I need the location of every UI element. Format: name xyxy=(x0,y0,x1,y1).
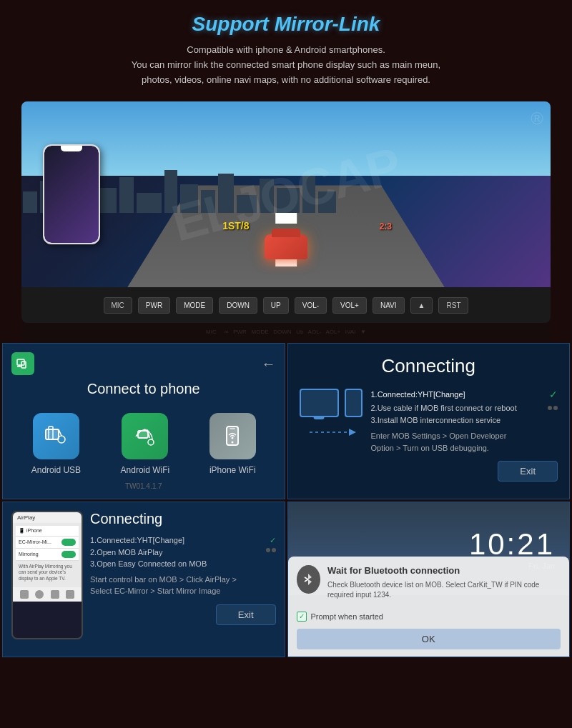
building xyxy=(277,188,300,213)
airplay-screen-content: 📱 iPhone EC-Mirror-Mi... Mirroring With … xyxy=(13,523,82,587)
connecting-steps: 1.Connected:YHT[Change] ✓ 2.Use cable if… xyxy=(371,389,558,482)
page-title: Support Mirror-Link xyxy=(14,13,558,36)
app-icon-svg xyxy=(16,356,30,371)
building xyxy=(180,184,198,213)
dot1 xyxy=(548,406,552,410)
airplay-footer-text: With AirPlay Mirroring you can send your… xyxy=(16,561,79,584)
step-1-check: ✓ xyxy=(549,389,558,400)
device-screen: 1ST/8 2:3 ELJOCAP xyxy=(21,101,551,287)
android-wifi-icon xyxy=(122,413,168,459)
rank-badge-1st: 1ST/8 xyxy=(222,220,249,231)
eject-button[interactable]: ▲ xyxy=(410,297,433,314)
race-car xyxy=(265,234,307,259)
city-buildings xyxy=(21,166,551,213)
bt-checkbox-label: Prompt when started xyxy=(311,612,384,621)
building xyxy=(302,176,315,213)
bt-checkbox-row: ✓ Prompt when started xyxy=(297,612,561,622)
step-2: 2.Use cable if MOB first connect or rebo… xyxy=(371,404,558,412)
android-wifi-svg xyxy=(132,424,158,449)
airplay-header-label: AirPlay xyxy=(17,514,35,521)
pwr-button[interactable]: PWR xyxy=(138,297,170,314)
clock-display: 10:21 xyxy=(469,527,555,561)
connect-to-phone-panel: ← Connect to phone Android USB xyxy=(2,343,285,499)
airplay-step-2-text: 2.Open MOB AirPlay xyxy=(90,548,163,557)
bt-title-area: Wait for Bluetooth connection Check Blue… xyxy=(327,565,561,606)
airplay-step-1-text: 1.Connected:YHT[Change] xyxy=(90,536,184,545)
svg-marker-15 xyxy=(349,429,356,436)
bottom-icon-3 xyxy=(51,590,59,599)
exit-button-top[interactable]: Exit xyxy=(498,461,558,482)
bt-dialog-text: Check Bluetooth device list on MOB. Sele… xyxy=(327,580,561,600)
iphone-wifi-label: iPhone WiFi xyxy=(209,465,256,475)
iphone-wifi-option[interactable]: iPhone WiFi xyxy=(209,413,256,475)
bluetooth-panel: 10:21 Fri, Jan Wait for Bluetooth connec… xyxy=(287,502,571,658)
bt-checkbox[interactable]: ✓ xyxy=(297,612,307,622)
phone-bottom-bar xyxy=(13,587,82,602)
svg-point-13 xyxy=(232,437,234,439)
step-1-text: 1.Connected:YHT[Change] xyxy=(371,390,465,399)
airplay-menu-item-mirroring: Mirroring xyxy=(16,549,79,561)
panel-app-icon xyxy=(11,352,34,375)
top-section: Support Mirror-Link Compatible with ipho… xyxy=(0,0,572,94)
building xyxy=(23,191,37,213)
devices-row xyxy=(300,389,363,417)
bt-ok-button[interactable]: OK xyxy=(297,629,561,649)
up-button[interactable]: UP xyxy=(263,297,289,314)
building xyxy=(237,195,257,213)
bottom-icon-1 xyxy=(20,590,29,599)
building xyxy=(164,170,177,213)
bt-dialog: Wait for Bluetooth connection Check Blue… xyxy=(288,557,570,657)
airplay-content: AirPlay 📱 iPhone EC-Mirror-Mi... Mirrori… xyxy=(11,511,276,639)
airplay-item-iphone: 📱 iPhone xyxy=(19,528,42,534)
navi-button[interactable]: NAVI xyxy=(373,297,405,314)
step-3: 3.Install MOB interconnection service xyxy=(371,416,558,424)
building xyxy=(260,179,274,213)
building xyxy=(201,190,215,213)
connecting-title: Connecting xyxy=(300,355,558,377)
airplay-desc: Start control bar on MOB > Click AirPlay… xyxy=(90,574,276,597)
device-display: 1ST/8 2:3 ELJOCAP xyxy=(21,101,551,323)
step-2-text: 2.Use cable if MOB first connect or rebo… xyxy=(371,404,517,412)
rst-button[interactable]: RST xyxy=(438,297,468,314)
android-wifi-label: Android WiFi xyxy=(121,465,170,475)
airplay-step-2: 2.Open MOB AirPlay xyxy=(90,548,276,557)
down-button[interactable]: DOWN xyxy=(219,297,257,314)
phone-screenshot: AirPlay 📱 iPhone EC-Mirror-Mi... Mirrori… xyxy=(11,511,83,639)
exit-button-airplay[interactable]: Exit xyxy=(216,604,276,625)
android-wifi-option[interactable]: Android WiFi xyxy=(121,413,170,475)
svg-rect-4 xyxy=(46,429,59,439)
connecting-desc: Enter MOB Settings > Open Developer Opti… xyxy=(371,430,558,454)
phone-icon-small xyxy=(345,389,363,417)
version-text: TW01.4.1.7 xyxy=(11,482,276,490)
android-usb-option[interactable]: Android USB xyxy=(31,413,81,475)
vol-plus-button[interactable]: VOL+ xyxy=(332,297,367,314)
bt-dialog-header: Wait for Bluetooth connection Check Blue… xyxy=(297,565,561,606)
toggle-mirroring xyxy=(61,551,76,558)
subtitle-text: Compatible with iphone & Android smartph… xyxy=(14,43,558,87)
rank-badge-2nd: 2:3 xyxy=(380,221,392,231)
phone-notch xyxy=(61,146,82,151)
iphone-wifi-svg xyxy=(220,424,245,449)
airplay-item-ec: EC-Mirror-Mi... xyxy=(19,539,51,544)
connect-title: Connect to phone xyxy=(11,381,276,397)
bt-dialog-title: Wait for Bluetooth connection xyxy=(327,565,561,576)
device-controls: MIC PWR MODE DOWN UP VOL- VOL+ NAVI ▲ RS… xyxy=(21,287,551,323)
dot2 xyxy=(553,406,558,410)
airplay-step-3: 3.Open Easy Connected on MOB xyxy=(90,559,276,568)
dot3 xyxy=(266,548,270,552)
back-button[interactable]: ← xyxy=(262,356,276,372)
connecting-panel-top: Connecting 1.Connected:YHT[Change] ✓ xyxy=(287,343,571,499)
android-usb-label: Android USB xyxy=(31,465,81,475)
iphone-wifi-icon xyxy=(209,413,256,459)
svg-point-6 xyxy=(58,436,65,443)
step-1: 1.Connected:YHT[Change] ✓ xyxy=(371,389,558,400)
mode-button[interactable]: MODE xyxy=(176,297,213,314)
bottom-icon-4 xyxy=(66,590,74,599)
svg-point-12 xyxy=(232,441,234,443)
registered-mark: ® xyxy=(531,109,543,129)
vol-minus-button[interactable]: VOL- xyxy=(295,297,327,314)
building xyxy=(137,193,162,213)
mic-label[interactable]: MIC xyxy=(104,297,132,314)
building xyxy=(119,177,134,213)
airplay-steps: Connecting 1.Connected:YHT[Change] ✓ 2.O… xyxy=(90,511,276,639)
